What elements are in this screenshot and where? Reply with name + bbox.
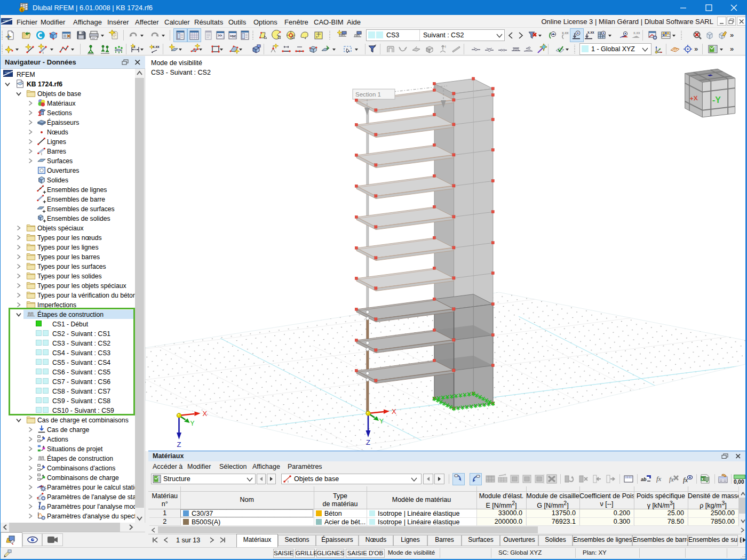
svg-text:>sc: >sc — [230, 34, 236, 38]
svg-text:-Y: -Y — [712, 95, 721, 105]
svg-text:6: 6 — [20, 7, 23, 13]
svg-text:X: X — [392, 407, 396, 415]
svg-text:ab: ab — [641, 477, 647, 482]
svg-text:I: I — [41, 152, 42, 156]
svg-text:I: I — [43, 51, 44, 54]
svg-text:Z: Z — [366, 438, 370, 446]
svg-text:Section 1: Section 1 — [355, 91, 381, 98]
svg-text:Z: Z — [177, 441, 181, 449]
svg-text:X: X — [701, 477, 704, 481]
svg-text:X: X — [203, 410, 208, 418]
svg-text:x.xx: x.xx — [562, 31, 569, 35]
svg-text:I: I — [288, 480, 289, 483]
svg-text:+X: +X — [689, 94, 698, 102]
svg-text:Y: Y — [379, 418, 384, 425]
svg-text:Rd: Rd — [37, 498, 41, 501]
svg-text:>>_: >>_ — [218, 34, 224, 37]
svg-text:x.xx: x.xx — [633, 31, 640, 35]
svg-text:Y: Y — [190, 420, 195, 427]
svg-text:x.xx: x.xx — [587, 30, 594, 34]
svg-text:⇑: ⇑ — [444, 45, 447, 49]
svg-text:x.xx: x.xx — [153, 45, 160, 49]
svg-text:fx: fx — [656, 475, 662, 483]
svg-text:fx: fx — [669, 476, 674, 483]
